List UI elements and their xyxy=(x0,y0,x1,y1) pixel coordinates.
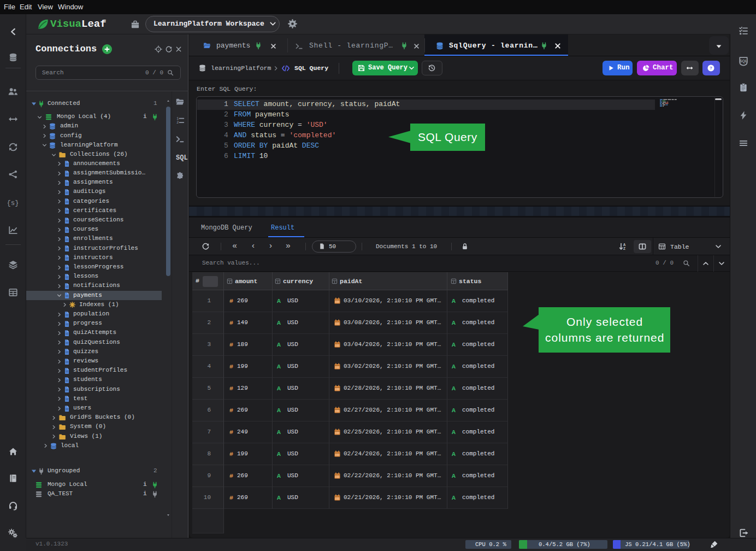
svg-text:Z: Z xyxy=(623,247,625,250)
svg-text:1: 1 xyxy=(176,117,179,121)
svg-text:SQL: SQL xyxy=(740,59,748,63)
svg-text:2: 2 xyxy=(176,121,179,125)
svg-text:?: ? xyxy=(710,66,712,71)
svg-text:A: A xyxy=(623,243,626,247)
svg-text:{s}: {s} xyxy=(8,200,18,207)
